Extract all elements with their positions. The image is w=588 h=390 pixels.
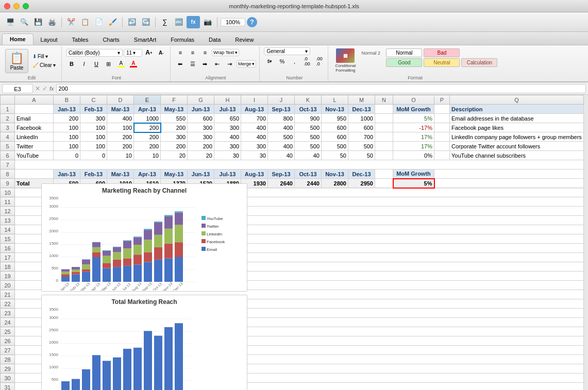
cell-N1[interactable] — [375, 105, 393, 114]
cell-N5[interactable] — [375, 142, 393, 151]
indent-decrease[interactable]: ⇤ — [212, 59, 223, 69]
decrease-font-button[interactable]: A- — [156, 47, 167, 58]
col-M[interactable]: M — [348, 95, 375, 105]
cell-Q2[interactable]: Email addresses in the database — [450, 114, 584, 123]
currency-button[interactable]: $▾ — [264, 56, 275, 66]
cell-K9[interactable]: 2440 — [295, 179, 322, 188]
col-B[interactable]: B — [54, 95, 80, 105]
fill-color-button[interactable]: A — [115, 59, 127, 69]
cell-N2[interactable] — [375, 114, 393, 123]
col-P[interactable]: P — [434, 95, 450, 105]
help-button[interactable]: ? — [247, 17, 257, 27]
cell-D5[interactable]: 200 — [107, 142, 134, 151]
font-size-dropdown[interactable]: 11 ▾ — [124, 49, 142, 57]
cell-D3[interactable]: 100 — [107, 123, 134, 132]
cell-K8[interactable]: Oct-13 — [295, 169, 322, 179]
cell-J9[interactable]: 2640 — [268, 179, 295, 188]
cell-M8[interactable]: Dec-13 — [348, 169, 375, 179]
toolbar-icon-1[interactable]: 🖥️ — [4, 16, 16, 28]
col-K[interactable]: K — [295, 95, 322, 105]
cell-L3[interactable]: 600 — [322, 123, 348, 132]
cell-O5[interactable]: 17% — [393, 142, 434, 151]
tab-charts[interactable]: Charts — [95, 35, 126, 45]
indent-increase[interactable]: ⇥ — [224, 59, 236, 69]
tab-review[interactable]: Review — [228, 35, 261, 45]
cell-J4[interactable]: 500 — [268, 132, 295, 142]
cell-J6[interactable]: 40 — [268, 151, 295, 160]
cell-L2[interactable]: 950 — [322, 114, 348, 123]
align-right[interactable]: ➡ — [199, 59, 211, 69]
cell-K6[interactable]: 40 — [295, 151, 322, 160]
cell-C3[interactable]: 100 — [80, 123, 107, 132]
align-center[interactable]: ☰ — [187, 59, 198, 69]
col-O[interactable]: O — [393, 95, 434, 105]
sum-button[interactable]: ∑ — [159, 16, 171, 28]
cell-C5[interactable]: 100 — [80, 142, 107, 151]
col-C[interactable]: C — [80, 95, 107, 105]
tab-home[interactable]: Home — [2, 33, 33, 45]
cell-A5[interactable]: Twitter — [15, 142, 54, 151]
cell-B5[interactable]: 100 — [54, 142, 80, 151]
cell-N4[interactable] — [375, 132, 393, 142]
cell-E3[interactable]: 200 — [134, 123, 161, 132]
cell-I5[interactable]: 300 — [241, 142, 268, 151]
cell-P5[interactable] — [434, 142, 450, 151]
cell-O6[interactable]: 0% — [393, 151, 434, 160]
border-button[interactable]: ⊞ — [103, 59, 114, 69]
cell-Q5[interactable]: Corporate Twitter account followers — [450, 142, 584, 151]
font-color-button[interactable]: A — [128, 59, 139, 69]
decrease-decimal[interactable]: .00.0 — [313, 56, 325, 66]
cell-F2[interactable]: 550 — [161, 114, 188, 123]
format-painter[interactable]: 🖌️ — [107, 16, 119, 28]
cell-L9[interactable]: 2800 — [322, 179, 348, 188]
font-name-dropdown[interactable]: Calibri (Body) ▾ — [66, 49, 123, 57]
cell-F6[interactable]: 20 — [161, 151, 188, 160]
col-H[interactable]: H — [214, 95, 241, 105]
italic-button[interactable]: I — [78, 59, 90, 69]
cell-A3[interactable]: Facebook — [15, 123, 54, 132]
cell-P3[interactable] — [434, 123, 450, 132]
cell-J8[interactable]: Sep-13 — [268, 169, 295, 179]
cell-reference[interactable]: E3 — [2, 84, 33, 93]
cell-K2[interactable]: 900 — [295, 114, 322, 123]
zoom-level[interactable]: 100% — [221, 18, 245, 26]
cell-PQ9[interactable] — [434, 179, 584, 188]
cell-B8[interactable]: Jan-13 — [54, 169, 80, 179]
cell-G2[interactable]: 600 — [188, 114, 214, 123]
cell-M1[interactable]: Dec-13 — [348, 105, 375, 114]
col-L[interactable]: L — [322, 95, 348, 105]
cell-D6[interactable]: 10 — [107, 151, 134, 160]
cell-G3[interactable]: 300 — [188, 123, 214, 132]
cell-C1[interactable]: Feb-13 — [80, 105, 107, 114]
tab-formulas[interactable]: Formulas — [163, 35, 201, 45]
cell-J1[interactable]: Sep-13 — [268, 105, 295, 114]
cell-M3[interactable]: 600 — [348, 123, 375, 132]
clear-dropdown-icon[interactable]: ▾ — [53, 62, 56, 68]
good-style-button[interactable]: Good — [386, 58, 422, 67]
save-button[interactable]: 💾 — [32, 16, 44, 28]
cell-O8[interactable]: MoM Growth — [393, 169, 434, 179]
cell-L4[interactable]: 600 — [322, 132, 348, 142]
copy-button[interactable]: 📋 — [79, 16, 91, 28]
cell-L1[interactable]: Nov-13 — [322, 105, 348, 114]
close-button[interactable] — [4, 3, 10, 9]
cell-A4[interactable]: LinkedIn — [15, 132, 54, 142]
cell-Q1[interactable]: Description — [450, 105, 584, 114]
cell-A6[interactable]: YouTube — [15, 151, 54, 160]
col-Q[interactable]: Q — [450, 95, 584, 105]
cell-B1[interactable]: Jan-13 — [54, 105, 80, 114]
cell-O4[interactable]: 17% — [393, 132, 434, 142]
cell-H6[interactable]: 30 — [214, 151, 241, 160]
cell-D4[interactable]: 200 — [107, 132, 134, 142]
calculation-style-button[interactable]: Calculation — [461, 58, 497, 67]
percent-button[interactable]: % — [276, 56, 288, 66]
cell-Q6[interactable]: YouTube channel subscribers — [450, 151, 584, 160]
cell-N3[interactable] — [375, 123, 393, 132]
maximize-button[interactable] — [23, 3, 29, 9]
tab-data[interactable]: Data — [201, 35, 228, 45]
cell-C6[interactable]: 0 — [80, 151, 107, 160]
formula-input[interactable] — [56, 84, 586, 93]
cell-M2[interactable]: 1000 — [348, 114, 375, 123]
cell-E5[interactable]: 200 — [134, 142, 161, 151]
cell-O1[interactable]: MoM Growth — [393, 105, 434, 114]
